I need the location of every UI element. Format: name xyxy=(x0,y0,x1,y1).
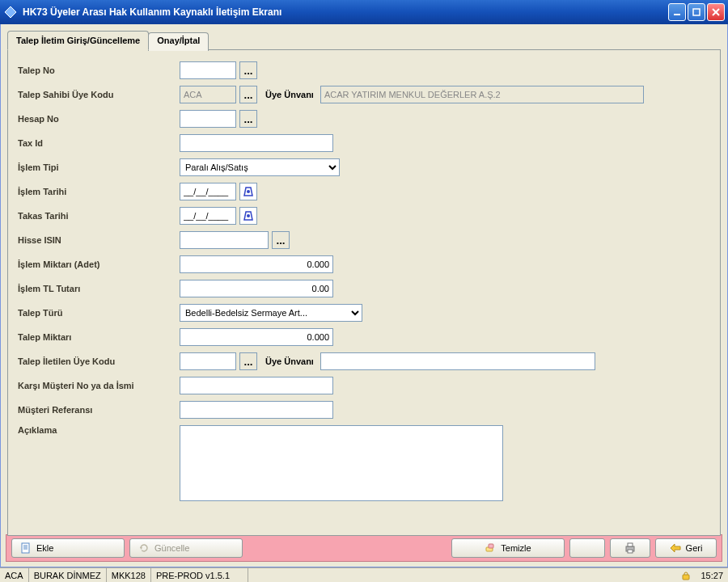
label-talep-no: Talep No xyxy=(18,65,180,75)
label-islem-tipi: İşlem Tipi xyxy=(18,162,180,172)
svg-marker-0 xyxy=(5,6,16,18)
eraser-icon xyxy=(485,542,496,554)
tab-panel: Talep No ... Talep Sahibi Üye Kodu ... Ü… xyxy=(7,49,721,536)
svg-rect-2 xyxy=(693,9,700,15)
temizle-label: Temizle xyxy=(501,543,531,553)
back-arrow-icon xyxy=(670,543,681,553)
status-lock xyxy=(676,568,696,582)
status-aca: ACA xyxy=(0,568,29,582)
maximize-button[interactable] xyxy=(688,3,705,21)
ekle-label: Ekle xyxy=(36,543,53,553)
footer-bar: Ekle Güncelle Temizle Geri xyxy=(6,534,722,562)
svg-rect-18 xyxy=(628,550,633,553)
svg-marker-13 xyxy=(140,547,142,550)
minimize-button[interactable] xyxy=(668,3,686,21)
status-user: BURAK DİNMEZ xyxy=(29,568,107,582)
talep-no-lookup[interactable]: ... xyxy=(239,61,257,79)
karsi-musteri-input[interactable] xyxy=(180,377,333,394)
tab-onay-iptal[interactable]: Onay/İptal xyxy=(148,32,209,51)
label-uye-unvani-2: Üye Ünvanı xyxy=(265,356,314,366)
musteri-ref-input[interactable] xyxy=(180,401,333,419)
svg-point-8 xyxy=(247,214,250,217)
label-talep-turu: Talep Türü xyxy=(18,308,180,318)
islem-tarihi-calendar[interactable] xyxy=(239,183,257,200)
status-version: PRE-PROD v1.5.1 xyxy=(151,568,248,582)
label-talep-sahibi: Talep Sahibi Üye Kodu xyxy=(18,90,180,99)
svg-rect-17 xyxy=(628,543,633,546)
app-icon xyxy=(3,5,18,19)
svg-point-6 xyxy=(247,190,250,193)
talep-iletilen-lookup[interactable]: ... xyxy=(239,352,257,370)
aciklama-textarea[interactable] xyxy=(180,425,503,501)
temizle-button[interactable]: Temizle xyxy=(451,538,565,558)
label-islem-miktari: İşlem Miktarı (Adet) xyxy=(18,259,180,269)
close-button[interactable] xyxy=(707,3,725,21)
label-takas-tarihi: Takas Tarihi xyxy=(18,211,180,221)
label-hesap-no: Hesap No xyxy=(18,114,180,124)
talep-miktari-input[interactable] xyxy=(180,328,333,346)
print-button[interactable] xyxy=(610,538,650,558)
hisse-isin-input[interactable] xyxy=(180,231,269,249)
label-uye-unvani-1: Üye Ünvanı xyxy=(265,90,314,99)
lock-icon xyxy=(681,571,691,580)
ekle-button[interactable]: Ekle xyxy=(11,538,125,558)
status-mkk: MKK128 xyxy=(107,568,151,582)
takas-tarihi-input[interactable] xyxy=(180,207,236,225)
islem-miktari-input[interactable] xyxy=(180,255,333,273)
label-hisse-isin: Hisse ISIN xyxy=(18,235,180,245)
uye-unvani-1-input xyxy=(320,86,644,103)
guncelle-button: Güncelle xyxy=(129,538,243,558)
svg-rect-20 xyxy=(683,575,689,580)
calendar-icon xyxy=(243,186,254,197)
label-talep-miktari: Talep Miktarı xyxy=(18,332,180,342)
printer-icon xyxy=(624,542,637,554)
hesap-no-input[interactable] xyxy=(180,110,236,128)
label-aciklama: Açıklama xyxy=(18,425,180,435)
title-bar: HK73 Üyeler Arası Hak Kullanım Kaynaklı … xyxy=(0,0,728,24)
calendar-icon xyxy=(243,210,254,221)
label-islem-tarihi: İşlem Tarihi xyxy=(18,187,180,196)
svg-marker-19 xyxy=(671,544,680,552)
tax-id-input[interactable] xyxy=(180,134,333,152)
label-islem-tl: İşlem TL Tutarı xyxy=(18,284,180,293)
label-karsi-musteri: Karşı Müşteri No ya da İsmi xyxy=(18,381,180,390)
svg-rect-9 xyxy=(22,543,29,553)
islem-tarihi-input[interactable] xyxy=(180,183,236,200)
hesap-no-lookup[interactable]: ... xyxy=(239,110,257,128)
talep-sahibi-input xyxy=(180,86,236,103)
geri-button[interactable]: Geri xyxy=(655,538,717,558)
hisse-isin-lookup[interactable]: ... xyxy=(272,231,290,249)
label-tax-id: Tax Id xyxy=(18,138,180,148)
islem-tipi-select[interactable]: Paralı Alış/Satış xyxy=(180,158,340,176)
label-talep-iletilen: Talep İletilen Üye Kodu xyxy=(18,356,180,366)
new-doc-icon xyxy=(20,542,32,554)
svg-rect-15 xyxy=(489,544,493,548)
talep-iletilen-input[interactable] xyxy=(180,352,236,370)
geri-label: Geri xyxy=(686,543,703,553)
takas-tarihi-calendar[interactable] xyxy=(239,207,257,225)
islem-tl-input[interactable] xyxy=(180,280,333,297)
blank-button[interactable] xyxy=(569,538,605,558)
uye-unvani-2-input[interactable] xyxy=(320,352,595,370)
guncelle-label: Güncelle xyxy=(154,543,189,553)
status-time: 15:27 xyxy=(696,568,728,582)
refresh-icon xyxy=(138,542,150,554)
label-musteri-ref: Müşteri Referansı xyxy=(18,405,180,415)
talep-no-input[interactable] xyxy=(180,61,236,79)
window-title: HK73 Üyeler Arası Hak Kullanım Kaynaklı … xyxy=(23,6,668,18)
talep-sahibi-lookup[interactable]: ... xyxy=(239,86,257,103)
tab-talep-iletim[interactable]: Talep İletim Giriş/Güncelleme xyxy=(7,31,149,50)
talep-turu-select[interactable]: Bedelli-Bedelsiz Sermaye Art... xyxy=(180,304,362,322)
status-bar: ACA BURAK DİNMEZ MKK128 PRE-PROD v1.5.1 … xyxy=(0,567,728,582)
